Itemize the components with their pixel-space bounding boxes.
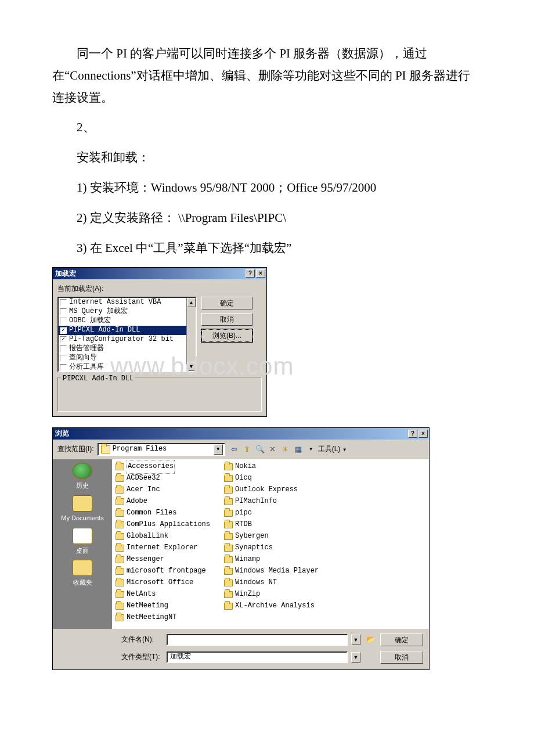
up-folder-icon[interactable]: ⇧ bbox=[241, 444, 253, 455]
folder-item[interactable]: NetMeetingNT bbox=[116, 613, 210, 623]
filename-label: 文件名(N): bbox=[121, 633, 163, 646]
folder-item[interactable]: Sybergen bbox=[224, 531, 319, 542]
delete-icon[interactable]: ✕ bbox=[267, 444, 279, 455]
scroll-down-icon[interactable]: ▼ bbox=[187, 362, 196, 371]
folder-item[interactable]: Outlook Express bbox=[224, 485, 319, 495]
folder-icon bbox=[116, 498, 124, 505]
cancel-button[interactable]: 取消 bbox=[201, 313, 252, 326]
search-icon[interactable]: 🔍 bbox=[254, 444, 266, 455]
browse-titlebar[interactable]: 浏览 ? × bbox=[53, 428, 429, 440]
folder-icon bbox=[116, 603, 124, 610]
browse-dialog: 浏览 ? × 查找范围(I): Program Files ▼ ⇦ ⇧ 🔍 ✕ … bbox=[52, 427, 430, 670]
place-mydocs[interactable]: My Documents bbox=[61, 495, 103, 524]
ok-button[interactable]: 确定 bbox=[201, 297, 252, 309]
addins-list-label: 当前加载宏(A): bbox=[57, 283, 262, 296]
folder-item[interactable]: Acer Inc bbox=[116, 485, 210, 495]
folder-icon bbox=[224, 521, 233, 528]
ok-button[interactable]: 确定 bbox=[380, 633, 423, 646]
chevron-down-icon[interactable]: ▼ bbox=[351, 635, 360, 645]
folder-icon bbox=[224, 475, 233, 482]
close-icon[interactable]: × bbox=[256, 269, 265, 278]
folder-icon bbox=[116, 614, 124, 621]
scroll-up-icon[interactable]: ▲ bbox=[187, 298, 196, 307]
folder-icon bbox=[224, 556, 233, 563]
lookin-combo[interactable]: Program Files ▼ bbox=[98, 443, 225, 456]
folder-item[interactable]: Internet Explorer bbox=[116, 543, 210, 553]
folder-icon bbox=[101, 445, 110, 453]
cancel-button[interactable]: 取消 bbox=[380, 651, 423, 664]
folder-item[interactable]: GlobalLink bbox=[116, 531, 210, 542]
paragraph-4: 1) 安装环境：Windows 95/98/NT 2000；Office 95/… bbox=[52, 177, 482, 199]
browse-button[interactable]: 浏览(B)... bbox=[201, 329, 252, 342]
help-icon[interactable]: ? bbox=[246, 269, 255, 278]
folder-icon bbox=[116, 568, 124, 575]
folder-item[interactable]: Nokia bbox=[224, 462, 319, 472]
folder-item[interactable]: Adobe bbox=[116, 496, 210, 507]
folder-item[interactable]: ACDSee32 bbox=[116, 473, 210, 484]
folder-icon bbox=[224, 545, 233, 552]
folder-icon bbox=[116, 579, 124, 586]
folder-icon bbox=[224, 487, 233, 494]
addins-titlebar[interactable]: 加载宏 ? × bbox=[53, 268, 266, 279]
folder-item[interactable]: pipc bbox=[224, 508, 319, 519]
filetype-select[interactable]: 加载宏 bbox=[167, 651, 348, 663]
help-icon[interactable]: ? bbox=[408, 430, 417, 438]
folder-item[interactable]: Windows Media Player bbox=[224, 566, 319, 577]
filetype-label: 文件类型(T): bbox=[121, 651, 163, 664]
folder-item[interactable]: Winamp bbox=[224, 555, 319, 565]
addins-listbox[interactable]: Internet Assistant VBA MS Query 加载宏 ODBC… bbox=[57, 297, 197, 372]
place-history[interactable]: 历史 bbox=[73, 463, 92, 492]
file-list[interactable]: Accessories ACDSee32 Acer Inc Adobe Comm… bbox=[112, 459, 429, 629]
open-folder-icon[interactable]: 📂 bbox=[364, 633, 377, 646]
folder-item[interactable]: Microsoft Office bbox=[116, 578, 210, 588]
folder-icon bbox=[116, 510, 124, 517]
folder-item[interactable]: Common Files bbox=[116, 508, 210, 519]
place-desktop[interactable]: 桌面 bbox=[73, 528, 92, 557]
folder-item[interactable]: NetAnts bbox=[116, 589, 210, 600]
folder-item[interactable]: Synaptics bbox=[224, 543, 319, 553]
paragraph-1: 同一个 PI 的客户端可以同时连接多个 PI 服务器（数据源），通过在“Conn… bbox=[52, 43, 482, 109]
lookin-label: 查找范围(I): bbox=[57, 443, 94, 456]
addins-dialog: 加载宏 ? × 当前加载宏(A): Internet Assistant VBA… bbox=[52, 267, 267, 417]
folder-item[interactable]: WinZip bbox=[224, 589, 319, 600]
close-icon[interactable]: × bbox=[418, 430, 428, 438]
group-label: PIPCXL Add-In DLL bbox=[62, 373, 135, 386]
folder-icon bbox=[224, 533, 233, 540]
folder-icon bbox=[116, 556, 124, 563]
folder-item[interactable]: Accessories bbox=[116, 462, 210, 472]
views-dropdown-icon[interactable]: ▼ bbox=[305, 444, 317, 455]
back-icon[interactable]: ⇦ bbox=[229, 444, 240, 455]
folder-item[interactable]: NetMeeting bbox=[116, 601, 210, 611]
folder-icon bbox=[224, 579, 233, 586]
folder-item[interactable]: Oicq bbox=[224, 473, 319, 484]
addin-description-group: PIPCXL Add-In DLL bbox=[57, 377, 262, 412]
folder-item[interactable]: PIMachInfo bbox=[224, 496, 319, 507]
browse-title: 浏览 bbox=[55, 427, 69, 440]
history-icon bbox=[73, 463, 92, 479]
tools-menu[interactable]: 工具(L) ▼ bbox=[318, 443, 347, 456]
folder-icon bbox=[116, 487, 124, 494]
folder-item[interactable]: ComPlus Applications bbox=[116, 520, 210, 530]
folder-icon bbox=[224, 498, 233, 505]
addins-title: 加载宏 bbox=[55, 268, 76, 280]
new-folder-icon[interactable]: ✳ bbox=[280, 444, 291, 455]
paragraph-2: 2、 bbox=[52, 117, 482, 139]
folder-icon bbox=[116, 545, 124, 552]
listbox-scrollbar[interactable]: ▲ ▼ bbox=[186, 298, 196, 371]
folder-icon bbox=[116, 591, 124, 598]
folder-item[interactable]: RTDB bbox=[224, 520, 319, 530]
place-favorites[interactable]: 收藏夹 bbox=[73, 560, 92, 589]
chevron-down-icon[interactable]: ▼ bbox=[214, 444, 223, 455]
folder-icon bbox=[224, 603, 233, 610]
favorites-icon bbox=[73, 560, 92, 576]
filename-input[interactable] bbox=[167, 634, 348, 646]
paragraph-6: 3) 在 Excel 中“工具”菜单下选择“加载宏” bbox=[52, 237, 482, 260]
folder-item[interactable]: XL-Archive Analysis bbox=[224, 601, 319, 611]
folder-icon bbox=[224, 591, 233, 598]
folder-item[interactable]: microsoft frontpage bbox=[116, 566, 210, 577]
folder-item[interactable]: Messenger bbox=[116, 555, 210, 565]
chevron-down-icon[interactable]: ▼ bbox=[351, 652, 360, 663]
folder-icon bbox=[116, 533, 124, 540]
folder-item[interactable]: Windows NT bbox=[224, 578, 319, 588]
views-icon[interactable]: ▦ bbox=[293, 444, 304, 455]
